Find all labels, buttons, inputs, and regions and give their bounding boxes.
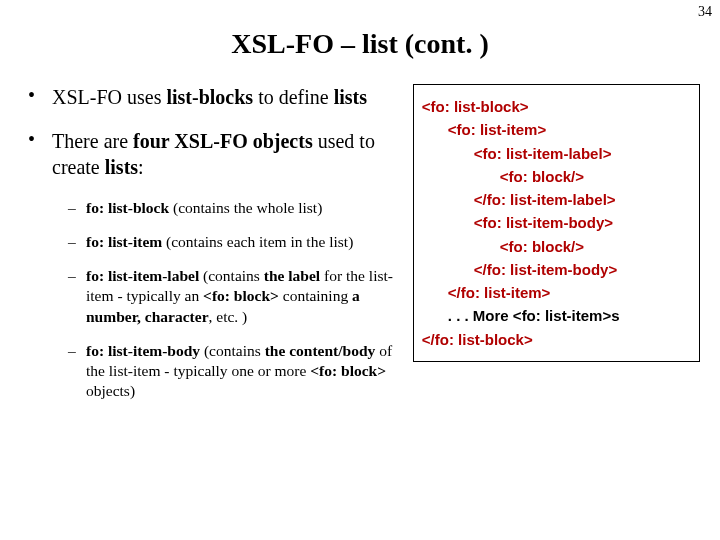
sub-item-text: fo: list-item-label (contains the label … (86, 266, 403, 326)
code-tag: <fo: list-item> (448, 121, 546, 138)
code-tag: <fo: list-item-label> (474, 145, 612, 162)
code-line: <fo: block/> (500, 165, 691, 188)
bullet-item: • XSL-FO uses list-blocks to define list… (28, 84, 403, 110)
bold-text: lists (105, 156, 138, 178)
text-fragment: , etc. ) (209, 308, 248, 325)
sub-item: – fo: list-item-body (contains the conte… (68, 341, 403, 401)
code-tag: <fo: block/> (500, 168, 584, 185)
bold-text: lists (334, 86, 367, 108)
sub-item: – fo: list-item-label (contains the labe… (68, 266, 403, 326)
sub-item-text: fo: list-block (contains the whole list) (86, 198, 322, 218)
bullet-dot: • (28, 128, 52, 180)
code-line: </fo: list-item> (448, 281, 691, 304)
code-line: </fo: list-block> (422, 328, 691, 351)
bullet-text: There are four XSL-FO objects used to cr… (52, 128, 403, 180)
sub-item-text: fo: list-item (contains each item in the… (86, 232, 353, 252)
code-line: <fo: list-item> (448, 118, 691, 141)
left-column: • XSL-FO uses list-blocks to define list… (28, 84, 413, 415)
bullet-dot: • (28, 84, 52, 110)
text-fragment: objects) (86, 382, 135, 399)
code-tag: <fo: list-item-body> (474, 214, 613, 231)
sub-item: – fo: list-item (contains each item in t… (68, 232, 403, 252)
bold-text: the label (264, 267, 320, 284)
code-line: <fo: list-item-body> (474, 211, 691, 234)
text-fragment: containing (279, 287, 352, 304)
page-number: 34 (698, 4, 712, 20)
code-tag: </fo: list-block> (422, 331, 533, 348)
code-line: </fo: list-item-label> (474, 188, 691, 211)
text-fragment: : (138, 156, 144, 178)
bullet-text: XSL-FO uses list-blocks to define lists (52, 84, 367, 110)
bold-text: the content/body (265, 342, 376, 359)
dash-icon: – (68, 198, 86, 218)
text-fragment: (contains each item in the list) (162, 233, 353, 250)
code-line: <fo: block/> (500, 235, 691, 258)
code-line: . . . More <fo: list-item>s (448, 304, 691, 327)
code-box: <fo: list-block> <fo: list-item> <fo: li… (413, 84, 700, 362)
bold-text: <fo: block> (203, 287, 279, 304)
code-tag: </fo: list-item-body> (474, 261, 617, 278)
bold-text: fo: list-item (86, 233, 162, 250)
bold-text: list-blocks (166, 86, 253, 108)
code-tag: <fo: list-block> (422, 98, 529, 115)
code-line: </fo: list-item-body> (474, 258, 691, 281)
code-text: . . . More <fo: list-item>s (448, 307, 620, 324)
code-tag: </fo: list-item-label> (474, 191, 616, 208)
code-tag: </fo: list-item> (448, 284, 551, 301)
text-fragment: to define (253, 86, 334, 108)
sub-list: – fo: list-block (contains the whole lis… (68, 198, 403, 401)
code-tag: <fo: block/> (500, 238, 584, 255)
dash-icon: – (68, 341, 86, 401)
bold-text: fo: list-item-body (86, 342, 200, 359)
text-fragment: There are (52, 130, 133, 152)
bullet-item: • There are four XSL-FO objects used to … (28, 128, 403, 180)
text-fragment: (contains (199, 267, 264, 284)
bold-text: four XSL-FO objects (133, 130, 313, 152)
sub-item: – fo: list-block (contains the whole lis… (68, 198, 403, 218)
content-area: • XSL-FO uses list-blocks to define list… (0, 84, 720, 415)
bold-text: fo: list-item-label (86, 267, 199, 284)
bold-text: <fo: block> (310, 362, 386, 379)
text-fragment: (contains the whole list) (169, 199, 322, 216)
code-line: <fo: list-block> (422, 95, 691, 118)
text-fragment: XSL-FO uses (52, 86, 166, 108)
code-line: <fo: list-item-label> (474, 142, 691, 165)
dash-icon: – (68, 232, 86, 252)
slide-title: XSL-FO – list (cont. ) (0, 28, 720, 60)
bold-text: fo: list-block (86, 199, 169, 216)
text-fragment: (contains (200, 342, 265, 359)
sub-item-text: fo: list-item-body (contains the content… (86, 341, 403, 401)
dash-icon: – (68, 266, 86, 326)
